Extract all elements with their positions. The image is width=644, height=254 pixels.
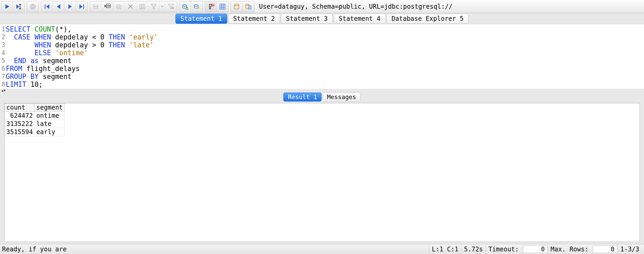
db-list-button[interactable] [242, 1, 254, 12]
insert-row-button[interactable] [102, 1, 113, 12]
append-results-button[interactable] [205, 1, 217, 12]
svg-marker-10 [68, 4, 72, 9]
column-header[interactable]: count [5, 104, 35, 112]
code[interactable]: END as segment [6, 57, 71, 65]
clear-filter-button[interactable] [165, 1, 177, 12]
editor-line[interactable]: 2 CASE WHEN depdelay < 0 THEN 'early' [0, 33, 644, 41]
db-explorer-button[interactable] [231, 1, 242, 12]
splitter[interactable]: ▲▼ [0, 89, 644, 92]
commit-group [179, 1, 203, 12]
svg-marker-0 [5, 4, 9, 9]
database-list-icon [245, 3, 252, 10]
svg-marker-8 [46, 4, 49, 9]
cell-count[interactable]: 3515594 [5, 128, 35, 136]
code[interactable]: FROM flight_delays [6, 65, 80, 73]
editor-line[interactable]: 4 ELSE 'ontime' [0, 49, 644, 57]
line-number: 8 [0, 80, 6, 88]
prev-icon [55, 3, 62, 10]
code[interactable]: ELSE 'ontime' [6, 49, 88, 57]
svg-marker-11 [79, 4, 82, 9]
code[interactable]: SELECT COUNT(*), [6, 25, 71, 33]
cell-count[interactable]: 624472 [5, 112, 35, 120]
editor-line[interactable]: 5 END as segment [0, 57, 644, 65]
result-tabbar: Result 1Messages [0, 92, 644, 102]
line-number: 2 [0, 33, 6, 41]
result-grid-wrap[interactable]: countsegment 624472ontime3135222late3515… [4, 103, 640, 242]
first-button[interactable] [41, 1, 53, 12]
copy-row-icon [116, 3, 122, 10]
editor-line[interactable]: 8LIMIT 10; [0, 80, 644, 88]
svg-rect-36 [212, 4, 213, 5]
svg-marker-25 [151, 4, 156, 9]
editor-line[interactable]: 1SELECT COUNT(*), [0, 25, 644, 33]
code[interactable]: WHEN depdelay > 0 THEN 'late' [6, 41, 154, 49]
rollback-button[interactable] [191, 1, 202, 12]
svg-rect-38 [220, 4, 225, 9]
editor-line[interactable]: 3 WHEN depdelay > 0 THEN 'late' [0, 41, 644, 49]
statement-tab-1[interactable]: Statement 1 [175, 14, 227, 24]
execute-to-cursor-button[interactable] [13, 1, 24, 12]
commit-icon [182, 3, 189, 10]
timeout-value[interactable]: 0 [523, 246, 548, 253]
line-number: 3 [0, 41, 6, 49]
cursor-position: L:1 C:1 [429, 244, 461, 254]
data-group [90, 1, 177, 12]
maxrows-label: Max. Rows: [548, 244, 591, 254]
save-icon [92, 3, 99, 10]
cell-count[interactable]: 3135222 [5, 120, 35, 128]
editor-line[interactable]: 6FROM flight_delays [0, 65, 644, 73]
show-grid-button[interactable] [217, 1, 228, 12]
table-row[interactable]: 3515594early [5, 128, 65, 136]
code[interactable]: LIMIT 10; [6, 80, 43, 88]
line-number: 1 [0, 25, 6, 33]
play-cursor-icon [15, 3, 22, 10]
last-button[interactable] [76, 1, 87, 12]
cell-segment[interactable]: ontime [35, 112, 65, 120]
editor-line[interactable]: 7GROUP BY segment [0, 73, 644, 80]
stop-icon [29, 3, 36, 10]
grid-icon [219, 3, 226, 10]
delete-row-button[interactable] [125, 1, 136, 12]
svg-rect-3 [19, 4, 21, 4]
filter-button[interactable] [148, 1, 159, 12]
next-icon [67, 3, 74, 10]
result-tab-1[interactable]: Result 1 [283, 93, 321, 101]
database-icon [233, 3, 240, 10]
delete-icon [127, 3, 134, 10]
commit-button[interactable] [179, 1, 191, 12]
statement-tab-2[interactable]: Statement 2 [228, 14, 280, 24]
columns-icon [139, 3, 146, 10]
play-icon [4, 3, 11, 10]
save-button[interactable] [90, 1, 102, 12]
statusbar: Ready, if you are L:1 C:1 5.72s Timeout:… [0, 244, 644, 254]
code[interactable]: GROUP BY segment [6, 73, 71, 80]
result-tab-2[interactable]: Messages [323, 93, 361, 101]
result-area: Result 1Messages countsegment 624472onti… [0, 92, 644, 244]
select-columns-button[interactable] [136, 1, 148, 12]
svg-rect-13 [94, 4, 97, 6]
next-button[interactable] [64, 1, 76, 12]
cell-segment[interactable]: early [35, 128, 65, 136]
stop-button[interactable] [27, 1, 39, 12]
svg-marker-17 [105, 5, 106, 7]
prev-button[interactable] [53, 1, 64, 12]
svg-marker-26 [161, 6, 164, 7]
statement-tab-5[interactable]: Database Explorer 5 [387, 14, 469, 24]
maxrows-value[interactable]: 0 [593, 246, 617, 253]
filter-dropdown-button[interactable] [159, 1, 165, 12]
code[interactable]: CASE WHEN depdelay < 0 THEN 'early' [6, 33, 158, 41]
cell-segment[interactable]: late [35, 120, 65, 128]
statement-tab-3[interactable]: Statement 3 [281, 14, 333, 24]
svg-point-44 [246, 4, 249, 5]
table-row[interactable]: 3135222late [5, 120, 65, 128]
execute-button[interactable] [1, 1, 13, 12]
result-grid[interactable]: countsegment 624472ontime3135222late3515… [4, 103, 65, 136]
svg-rect-15 [106, 4, 110, 6]
elapsed-time: 5.72s [461, 244, 485, 254]
table-row[interactable]: 624472ontime [5, 112, 65, 120]
column-header[interactable]: segment [35, 104, 65, 112]
sql-editor[interactable]: 1SELECT COUNT(*),2 CASE WHEN depdelay < … [0, 24, 644, 89]
filter-icon [150, 3, 157, 10]
statement-tab-4[interactable]: Statement 4 [334, 14, 386, 24]
copy-row-button[interactable] [113, 1, 125, 12]
